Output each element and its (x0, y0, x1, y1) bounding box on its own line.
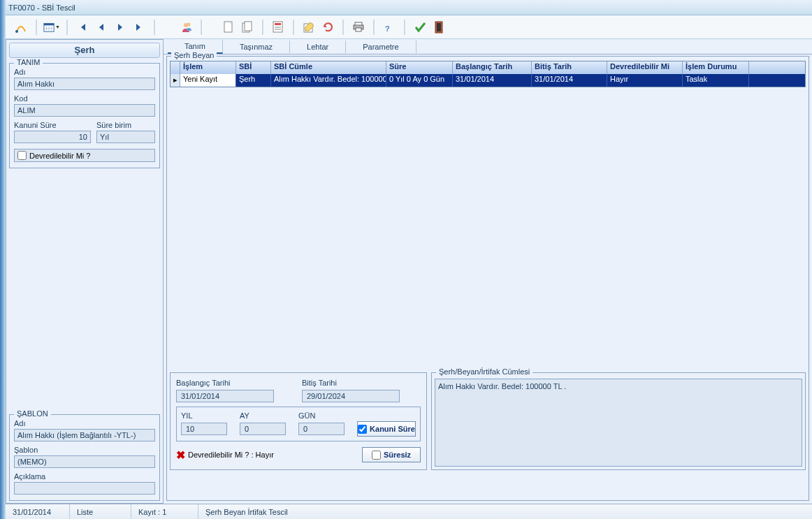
duration-box: YIL AY GÜN Kanuni Sü (176, 407, 421, 441)
calendar-icon[interactable]: ▼ (43, 19, 60, 36)
bit-tarih-label: Bitiş Tarihi (302, 379, 400, 387)
cell-sbi: Şerh (236, 74, 271, 87)
help-icon[interactable]: ? (381, 19, 398, 36)
nav-next-icon[interactable] (112, 19, 129, 36)
bottom-section: Başlangıç Tarihi Bitiş Tarihi YIL (167, 370, 809, 473)
window-title: TF0070 - SBİ Tescil (8, 3, 75, 12)
table-row[interactable]: ▸ Yeni Kayıt Şerh Alım Hakkı Vardır. Bed… (171, 74, 805, 87)
bottom-left-box: Başlangıç Tarihi Bitiş Tarihi YIL (170, 372, 427, 470)
sablon-aciklama-label: Açıklama (14, 472, 155, 481)
cumle-memo[interactable]: Alım Hakkı Vardır. Bedel: 100000 TL . (435, 379, 802, 467)
doc-copy-icon[interactable] (239, 19, 256, 36)
cumle-fieldset: Şerh/Beyan/İrtifak Cümlesi Alım Hakkı Va… (431, 372, 806, 470)
tab-parametre[interactable]: Parametre (346, 41, 416, 53)
ay-input[interactable] (240, 423, 286, 435)
cell-bit: 31/01/2014 (532, 74, 607, 87)
status-desc: Şerh Beyan İrtifak Tescil (198, 504, 812, 519)
kanuni-sure-label: Kanuni Süre (14, 121, 91, 129)
col-dev[interactable]: Devredilebilir Mi (607, 61, 683, 74)
adi-input[interactable] (14, 78, 155, 90)
kanuni-sure-input[interactable] (14, 131, 91, 143)
refresh-icon[interactable] (319, 19, 336, 36)
status-bar: 31/01/2014 Liste Kayıt : 1 Şerh Beyan İr… (6, 504, 812, 519)
edit-icon[interactable] (300, 19, 317, 36)
svg-rect-2 (44, 23, 54, 25)
tanim-title: TANIM (14, 58, 43, 66)
sure-birim-input[interactable] (96, 131, 155, 143)
tabs: Tanım Taşınmaz Lehtar Parametre (164, 39, 812, 54)
kod-label: Kod (14, 94, 155, 103)
devredilebilir-check[interactable]: Devredilebilir Mi ? (14, 149, 155, 162)
svg-rect-13 (275, 23, 281, 25)
tab-lehtar[interactable]: Lehtar (290, 41, 346, 53)
kanuni-sure-button[interactable]: Kanuni Süre (357, 421, 416, 437)
status-kayit: Kayıt : 1 (131, 504, 198, 519)
grid-title: Şerh Beyan (171, 51, 217, 59)
gun-input[interactable] (298, 423, 345, 435)
sure-birim-label: Süre birim (96, 121, 155, 129)
status-liste: Liste (70, 504, 131, 519)
tanim-fieldset: TANIM Adı Kod Kanuni Süre Süre birim (9, 63, 160, 168)
col-dur[interactable]: İşlem Durumu (683, 61, 749, 74)
gun-label: GÜN (298, 411, 345, 420)
yil-input[interactable] (181, 423, 227, 435)
suresiz-button[interactable]: Süresiz (362, 447, 421, 462)
sablon-adi-label: Adı (14, 419, 155, 427)
cell-islem[interactable]: Yeni Kayıt (180, 74, 236, 87)
kanuni-sure-checkbox[interactable] (358, 425, 367, 434)
col-bit[interactable]: Bitiş Tarih (532, 61, 607, 74)
col-sure[interactable]: Süre (386, 61, 453, 74)
user-icon[interactable] (177, 19, 194, 36)
sablon-fieldset: ŞABLON Adı Şablon Açıklama (9, 414, 160, 501)
svg-point-0 (15, 30, 18, 33)
dev-label: Devredilebilir Mi ? : (188, 451, 254, 459)
panel-header: Şerh (9, 43, 160, 58)
col-sbi[interactable]: SBİ (236, 61, 271, 74)
svg-point-8 (187, 22, 191, 26)
col-bas[interactable]: Başlangıç Tarih (453, 61, 532, 74)
app-icon[interactable] (13, 19, 29, 36)
status-date: 31/01/2014 (6, 504, 70, 519)
x-icon: ✖ (176, 448, 185, 462)
row-indicator-icon: ▸ (171, 74, 180, 87)
title-bar: TF0070 - SBİ Tescil (0, 0, 812, 15)
svg-text:?: ? (385, 24, 390, 33)
ay-label: AY (240, 411, 286, 420)
yil-label: YIL (181, 411, 227, 420)
doc-badge-icon[interactable] (270, 19, 287, 36)
sablon-adi-input[interactable] (14, 429, 155, 441)
sablon-sablon-label: Şablon (14, 446, 155, 454)
bas-tarih-input[interactable] (176, 390, 274, 402)
bit-tarih-input[interactable] (302, 390, 400, 402)
data-grid[interactable]: İşlem SBİ SBİ Cümle Süre Başlangıç Tarih… (170, 61, 806, 87)
grid-fieldset: Şerh Beyan İşlem SBİ SBİ Cümle Süre Başl… (166, 56, 809, 501)
nav-first-icon[interactable] (74, 19, 91, 36)
kod-input[interactable] (14, 104, 155, 117)
doc-new-icon[interactable] (220, 19, 237, 36)
adi-label: Adı (14, 68, 155, 76)
sablon-sablon-input[interactable] (14, 455, 155, 468)
cell-bas: 31/01/2014 (453, 74, 532, 87)
col-islem[interactable]: İşlem (180, 61, 236, 74)
nav-prev-icon[interactable] (93, 19, 110, 36)
cell-dev: Hayır (607, 74, 683, 87)
cell-dur: Taslak (683, 74, 749, 87)
tab-tasinmaz[interactable]: Taşınmaz (223, 41, 290, 53)
bas-tarih-label: Başlangıç Tarihi (176, 379, 274, 387)
right-panel: Tanım Taşınmaz Lehtar Parametre Şerh Bey… (164, 39, 812, 504)
sablon-aciklama-input[interactable] (14, 482, 155, 495)
col-cumle[interactable]: SBİ Cümle (271, 61, 386, 74)
print-icon[interactable] (350, 19, 367, 36)
sablon-title: ŞABLON (14, 409, 51, 418)
check-icon[interactable] (412, 19, 428, 36)
left-panel: Şerh TANIM Adı Kod Kanuni Süre Süre biri… (6, 39, 164, 504)
toolbar: ▼ ? (6, 15, 812, 39)
devredilebilir-checkbox[interactable] (17, 151, 27, 160)
cell-cumle: Alım Hakkı Vardır. Bedel: 100000 (271, 74, 386, 87)
svg-rect-19 (356, 28, 361, 31)
dev-value: Hayır (256, 451, 274, 459)
nav-last-icon[interactable] (131, 19, 147, 36)
suresiz-checkbox[interactable] (372, 451, 381, 460)
svg-rect-22 (437, 23, 441, 31)
exit-icon[interactable] (430, 19, 447, 36)
